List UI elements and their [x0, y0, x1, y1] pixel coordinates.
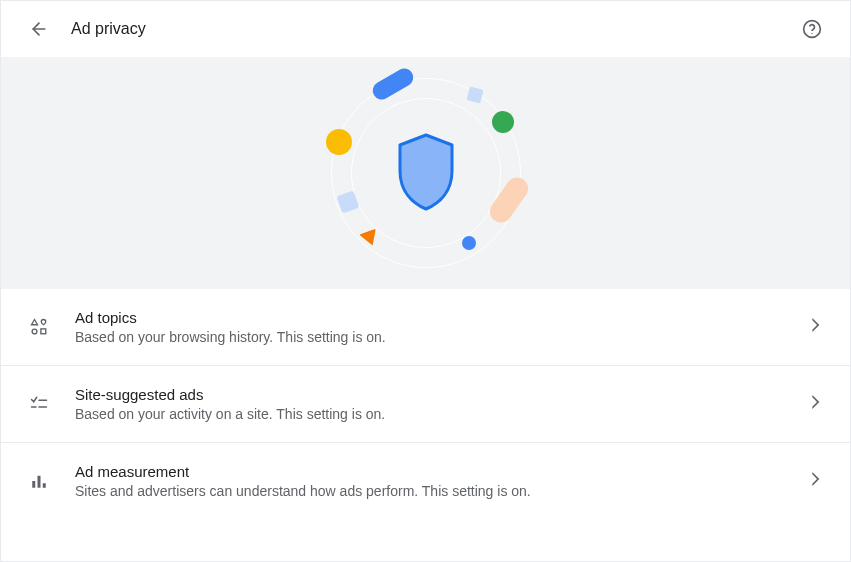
help-icon: [802, 19, 822, 39]
bar-chart-icon: [29, 472, 49, 490]
svg-marker-3: [32, 320, 38, 325]
row-desc: Sites and advertisers can understand how…: [75, 483, 812, 499]
row-ad-topics[interactable]: Ad topics Based on your browsing history…: [1, 289, 850, 366]
svg-rect-11: [43, 483, 46, 488]
hero-illustration: [1, 57, 850, 289]
svg-rect-10: [38, 476, 41, 488]
svg-point-1: [804, 20, 821, 37]
decor-dot-green: [492, 111, 514, 133]
page-header: Ad privacy: [1, 1, 850, 57]
row-desc: Based on your browsing history. This set…: [75, 329, 812, 345]
chevron-right-icon: [812, 472, 822, 490]
shapes-icon: [29, 318, 49, 336]
svg-point-4: [32, 329, 37, 334]
row-desc: Based on your activity on a site. This s…: [75, 406, 812, 422]
row-title: Site-suggested ads: [75, 386, 812, 403]
decor-dot-yellow: [326, 129, 352, 155]
settings-list: Ad topics Based on your browsing history…: [1, 289, 850, 519]
page-title: Ad privacy: [71, 20, 146, 38]
svg-rect-5: [41, 329, 46, 334]
chevron-right-icon: [812, 395, 822, 413]
help-button[interactable]: [794, 11, 830, 47]
row-title: Ad measurement: [75, 463, 812, 480]
row-title: Ad topics: [75, 309, 812, 326]
decor-dot-blue: [462, 236, 476, 250]
checklist-icon: [29, 395, 49, 413]
back-button[interactable]: [21, 11, 57, 47]
shield-icon: [396, 133, 456, 211]
row-ad-measurement[interactable]: Ad measurement Sites and advertisers can…: [1, 443, 850, 519]
chevron-right-icon: [812, 318, 822, 336]
row-site-suggested-ads[interactable]: Site-suggested ads Based on your activit…: [1, 366, 850, 443]
arrow-back-icon: [29, 19, 49, 39]
svg-point-2: [811, 32, 812, 33]
svg-rect-9: [32, 481, 35, 488]
